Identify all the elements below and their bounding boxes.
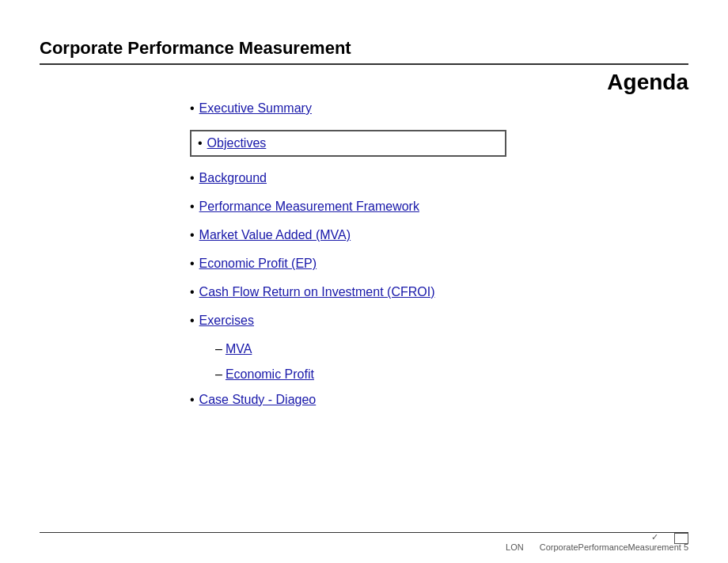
- sub-bullet-ep: –: [215, 367, 222, 382]
- objectives-box: • Objectives: [190, 130, 506, 157]
- sub-mva-link[interactable]: MVA: [226, 342, 252, 356]
- list-item: • Performance Measurement Framework: [190, 200, 681, 214]
- background-link[interactable]: Background: [199, 171, 267, 185]
- footer-left: LON: [506, 542, 524, 552]
- pmf-link[interactable]: Performance Measurement Framework: [199, 200, 419, 214]
- mva-link[interactable]: Market Value Added (MVA): [199, 228, 351, 242]
- header: Corporate Performance Measurement: [40, 38, 688, 65]
- list-item: • Economic Profit (EP): [190, 257, 681, 271]
- list-item-sub: – Economic Profit: [215, 367, 681, 382]
- ep-link[interactable]: Economic Profit (EP): [199, 257, 317, 271]
- footer-line: [40, 532, 688, 533]
- objectives-link[interactable]: Objectives: [207, 136, 267, 150]
- bullet-objectives: •: [198, 136, 203, 150]
- list-item: • Cash Flow Return on Investment (CFROI): [190, 285, 681, 299]
- list-item: • Exercises: [190, 314, 681, 328]
- list-item: • Background: [190, 171, 681, 185]
- bullet-background: •: [190, 171, 195, 185]
- agenda-label: Agenda: [607, 70, 688, 95]
- list-item: • Executive Summary: [190, 101, 681, 116]
- bullet-pmf: •: [190, 200, 195, 214]
- page-title: Corporate Performance Measurement: [40, 38, 351, 59]
- bullet-ep: •: [190, 257, 195, 271]
- bullet-executive-summary: •: [190, 101, 195, 116]
- list-item-sub: – MVA: [215, 342, 681, 356]
- executive-summary-link[interactable]: Executive Summary: [199, 101, 312, 116]
- footer-right: CorporatePerformanceMeasurement 5: [540, 542, 688, 552]
- sub-bullet-mva: –: [215, 342, 222, 356]
- list-item: • Case Study - Diageo: [190, 393, 681, 407]
- bullet-mva: •: [190, 228, 195, 242]
- footer-text-area: LON CorporatePerformanceMeasurement 5: [40, 542, 688, 552]
- sub-ep-link[interactable]: Economic Profit: [226, 367, 314, 382]
- bullet-exercises: •: [190, 314, 195, 328]
- footer-checkmark: ✓: [651, 532, 658, 542]
- page-container: Corporate Performance Measurement Agenda…: [0, 0, 728, 563]
- list-item: • Market Value Added (MVA): [190, 228, 681, 242]
- cfroi-link[interactable]: Cash Flow Return on Investment (CFROI): [199, 285, 435, 299]
- case-study-link[interactable]: Case Study - Diageo: [199, 393, 317, 407]
- bullet-cfroi: •: [190, 285, 195, 299]
- bullet-case-study: •: [190, 393, 195, 407]
- content-area: • Executive Summary • Objectives • Backg…: [190, 101, 681, 421]
- exercises-link[interactable]: Exercises: [199, 314, 254, 328]
